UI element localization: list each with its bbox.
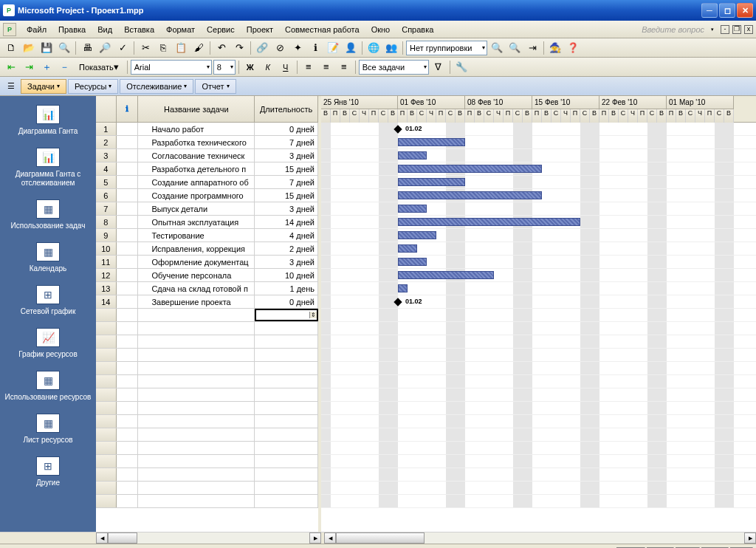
preview-icon[interactable]: 🔎 xyxy=(97,40,113,56)
info-cell[interactable] xyxy=(117,375,139,388)
task-row[interactable] xyxy=(96,388,318,402)
duration-cell[interactable] xyxy=(255,428,318,441)
task-row[interactable]: 7 Выпуск детали 3 дней xyxy=(96,202,318,216)
info-cell[interactable] xyxy=(117,402,139,414)
day-header[interactable]: С xyxy=(417,109,427,123)
gantt-row[interactable] xyxy=(321,415,756,428)
day-header[interactable]: В xyxy=(321,109,331,123)
task-row[interactable] xyxy=(96,322,318,335)
task-row[interactable]: 14 Завершение проекта 0 дней xyxy=(96,295,318,309)
day-header[interactable]: В xyxy=(408,109,417,123)
duration-cell[interactable]: 0 дней xyxy=(255,123,318,135)
task-name-cell[interactable]: Оформление документац xyxy=(138,256,255,268)
week-header[interactable]: 01 Мар '10 xyxy=(667,96,734,109)
day-header[interactable]: С xyxy=(715,109,724,123)
task-row[interactable]: 10 Исправления, коррекция 2 дней xyxy=(96,242,318,256)
info-cell[interactable] xyxy=(117,388,139,401)
task-name-cell[interactable]: Завершение проекта xyxy=(138,295,255,308)
wizard-icon[interactable]: 🧙 xyxy=(547,40,563,56)
duration-cell[interactable]: 10 дней xyxy=(255,269,318,281)
week-header[interactable]: 25 Янв '10 xyxy=(321,96,398,109)
info-cell[interactable] xyxy=(117,415,139,428)
day-header[interactable]: В xyxy=(542,109,551,123)
info-icon[interactable]: ℹ xyxy=(307,40,323,56)
duration-cell[interactable]: 3 дней xyxy=(255,149,318,162)
row-number[interactable]: 14 xyxy=(96,295,117,308)
view-3[interactable]: ▦Календарь xyxy=(0,236,96,279)
row-number[interactable]: 11 xyxy=(96,256,117,268)
gantt-bar[interactable] xyxy=(398,271,494,279)
gantt-row[interactable]: 01.02 xyxy=(321,295,756,309)
mdi-minimize[interactable]: - xyxy=(721,25,729,34)
guide-toggle-icon[interactable]: ☰ xyxy=(3,78,19,95)
duration-cell[interactable] xyxy=(255,495,318,507)
day-header[interactable]: С xyxy=(686,109,695,123)
task-name-cell[interactable] xyxy=(138,322,255,335)
row-number[interactable] xyxy=(96,375,117,388)
gantt-row[interactable] xyxy=(321,216,756,229)
menu-project[interactable]: Проект xyxy=(241,23,279,36)
row-number[interactable]: 7 xyxy=(96,202,117,215)
day-header[interactable]: С xyxy=(379,109,388,123)
gantt-row[interactable] xyxy=(321,362,756,375)
task-name-cell[interactable] xyxy=(138,388,255,401)
day-header[interactable]: С xyxy=(619,109,628,123)
grid-scroll-right[interactable]: ▶ xyxy=(309,532,321,544)
day-header[interactable]: В xyxy=(590,109,599,123)
duration-cell[interactable] xyxy=(255,322,318,335)
grid-scroll-left[interactable]: ◀ xyxy=(96,532,108,544)
row-number[interactable]: 1 xyxy=(96,123,117,135)
zoomout-icon[interactable]: 🔍 xyxy=(489,40,505,56)
day-header[interactable]: П xyxy=(571,109,580,123)
task-name-cell[interactable] xyxy=(138,349,255,361)
day-header[interactable]: С xyxy=(446,109,456,123)
row-number[interactable] xyxy=(96,309,117,321)
gantt-row[interactable] xyxy=(321,482,756,495)
info-cell[interactable] xyxy=(117,442,139,454)
group-combo[interactable]: Нет группировки xyxy=(406,41,487,55)
col-taskname[interactable]: Название задачи xyxy=(138,96,255,122)
task-row[interactable] xyxy=(96,349,318,362)
info-cell[interactable] xyxy=(117,295,139,308)
row-number[interactable] xyxy=(96,335,117,348)
view-4[interactable]: ⊞Сетевой график xyxy=(0,279,96,322)
task-name-cell[interactable]: Разработка детельного п xyxy=(138,162,255,175)
new-icon[interactable]: 🗋 xyxy=(3,40,19,56)
row-number[interactable] xyxy=(96,468,117,481)
task-name-cell[interactable] xyxy=(138,455,255,467)
publish-icon[interactable]: 🌐 xyxy=(365,40,382,56)
task-name-cell[interactable]: Выпуск детали xyxy=(138,202,255,215)
unlink-icon[interactable]: ⊘ xyxy=(272,40,288,56)
day-header[interactable]: П xyxy=(667,109,676,123)
gantt-row[interactable] xyxy=(321,229,756,242)
question-dropdown-icon[interactable]: ▾ xyxy=(709,26,716,33)
undo-icon[interactable]: ↶ xyxy=(213,40,230,56)
mdi-close[interactable]: x xyxy=(744,25,753,34)
row-number[interactable] xyxy=(96,362,117,374)
gantt-bar[interactable] xyxy=(398,244,417,253)
day-header[interactable]: Ч xyxy=(360,109,369,123)
gantt-row[interactable] xyxy=(321,176,756,189)
task-name-cell[interactable]: Согласование техническ xyxy=(138,149,255,162)
day-header[interactable]: В xyxy=(475,109,484,123)
task-name-cell[interactable]: Создание программного xyxy=(138,189,255,202)
info-cell[interactable] xyxy=(117,335,139,348)
day-header[interactable]: В xyxy=(388,109,398,123)
gantt-row[interactable] xyxy=(321,162,756,176)
day-header[interactable]: Ч xyxy=(628,109,638,123)
task-name-cell[interactable]: Тестирование xyxy=(138,229,255,242)
close-button[interactable]: ✕ xyxy=(737,3,753,18)
day-header[interactable]: П xyxy=(398,109,408,123)
collab-icon[interactable]: 👥 xyxy=(383,40,399,56)
task-name-cell[interactable] xyxy=(138,468,255,481)
task-row[interactable]: 13 Сдача на склад готовой п 1 день xyxy=(96,282,318,295)
open-icon[interactable]: 📂 xyxy=(21,40,37,56)
task-name-cell[interactable]: Исправления, коррекция xyxy=(138,242,255,255)
duration-cell[interactable] xyxy=(255,362,318,374)
gantt-row[interactable] xyxy=(321,282,756,295)
task-row[interactable]: 4 Разработка детельного п 15 дней xyxy=(96,162,318,176)
filter-combo[interactable]: Все задачи xyxy=(359,60,429,75)
menu-window[interactable]: Окно xyxy=(365,23,396,36)
day-header[interactable]: Ч xyxy=(695,109,705,123)
gantt-scroll-track[interactable] xyxy=(336,532,744,544)
